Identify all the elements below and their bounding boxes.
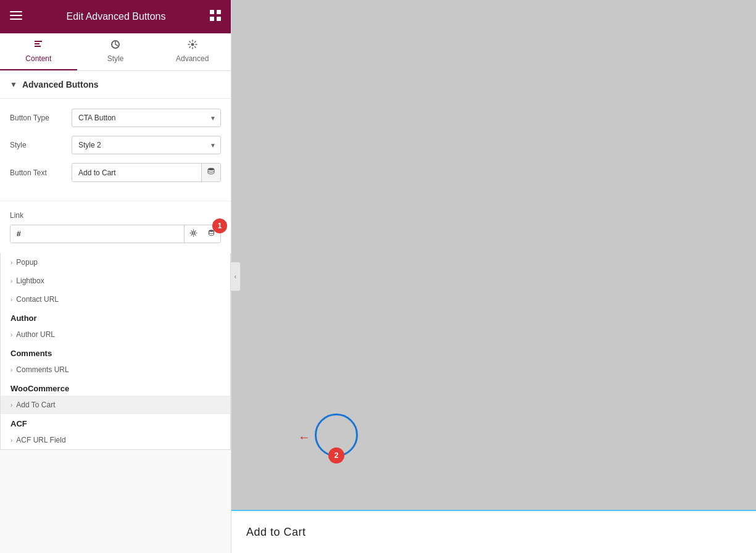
style-select[interactable]: Style 1 Style 2 Style 3	[72, 136, 221, 154]
svg-point-8	[191, 43, 194, 46]
dropdown-item-add-to-cart-label: Add To Cart	[16, 401, 55, 409]
style-label: Style	[10, 141, 65, 149]
author-url-arrow-icon: ›	[10, 331, 12, 338]
hamburger-icon[interactable]	[10, 11, 22, 22]
button-type-select-wrapper: CTA Button Link Button Icon Button ▼	[72, 109, 221, 127]
panel-content: ▼ Advanced Buttons Button Type CTA Butto…	[0, 71, 231, 553]
section-collapse-arrow[interactable]: ▼	[10, 80, 17, 89]
svg-rect-5	[210, 17, 214, 21]
svg-rect-4	[217, 10, 221, 14]
advanced-tab-icon	[188, 40, 197, 52]
button-type-row: Button Type CTA Button Link Button Icon …	[10, 109, 221, 127]
link-label: Link	[10, 211, 221, 220]
dropdown-group-acf: ACF	[1, 414, 230, 431]
dropdown-item-add-to-cart[interactable]: › Add To Cart	[1, 396, 230, 414]
style-row: Style Style 1 Style 2 Style 3 ▼	[10, 136, 221, 154]
svg-rect-6	[217, 17, 221, 21]
add-to-cart-arrow-icon: ›	[10, 402, 12, 409]
dropdown-item-author-url[interactable]: › Author URL	[1, 325, 230, 344]
comments-url-arrow-icon: ›	[10, 367, 12, 373]
section-header: ▼ Advanced Buttons	[0, 71, 231, 99]
svg-point-10	[193, 232, 195, 235]
svg-rect-3	[210, 10, 214, 14]
link-section: Link	[0, 201, 231, 253]
dropdown-item-contact-url[interactable]: › Contact URL	[1, 290, 230, 309]
button-text-input-wrapper	[72, 163, 221, 182]
style-tab-label: Style	[107, 54, 124, 63]
style-tab-icon	[110, 40, 120, 52]
button-type-control: CTA Button Link Button Icon Button ▼	[72, 109, 221, 127]
dropdown-item-popup[interactable]: › Popup	[1, 253, 230, 272]
style-select-wrapper: Style 1 Style 2 Style 3 ▼	[72, 136, 221, 154]
dropdown-group-comments: Comments	[1, 344, 230, 360]
advanced-tab-label: Advanced	[176, 54, 209, 63]
svg-rect-2	[10, 19, 22, 20]
dropdown-container: › Popup › Lightbox › Contact URL Author …	[0, 253, 231, 450]
dropdown-item-comments-url[interactable]: › Comments URL	[1, 360, 230, 379]
tabs: Content Style Advanced	[0, 33, 231, 71]
dropdown-item-lightbox[interactable]: › Lightbox	[1, 272, 230, 290]
tab-style[interactable]: Style	[77, 33, 154, 70]
link-input-container: 1	[10, 225, 221, 243]
button-text-db-icon[interactable]	[201, 164, 220, 181]
style-control: Style 1 Style 2 Style 3 ▼	[72, 136, 221, 154]
add-to-cart-preview-button[interactable]: Add to Cart	[246, 526, 306, 539]
button-type-label: Button Type	[10, 114, 65, 122]
acf-url-field-arrow-icon: ›	[10, 437, 12, 444]
dropdown-item-author-url-label: Author URL	[16, 330, 55, 339]
dropdown-item-popup-label: Popup	[16, 258, 38, 267]
popup-arrow-icon: ›	[10, 259, 12, 266]
form-area: Button Type CTA Button Link Button Icon …	[0, 99, 231, 201]
button-text-row: Button Text	[10, 163, 221, 182]
dropdown-item-contact-url-label: Contact URL	[16, 295, 59, 304]
contact-url-arrow-icon: ›	[10, 296, 12, 303]
dropdown-item-comments-url-label: Comments URL	[16, 365, 69, 374]
svg-rect-0	[10, 11, 22, 12]
tab-advanced[interactable]: Advanced	[154, 33, 231, 70]
dropdown-group-author: Author	[1, 309, 230, 325]
canvas-area	[231, 0, 756, 510]
dropdown-scroll-area[interactable]: › Popup › Lightbox › Contact URL Author …	[1, 253, 230, 449]
content-tab-icon	[33, 40, 43, 52]
preview-area: Add to Cart	[231, 510, 756, 553]
tab-content[interactable]: Content	[0, 33, 77, 70]
dropdown-group-woocommerce: WooCommerce	[1, 379, 230, 396]
grid-icon[interactable]	[210, 10, 221, 23]
dropdown-item-acf-url-field-label: ACF URL Field	[16, 436, 65, 444]
dropdown-item-acf-url-field[interactable]: › ACF URL Field	[1, 431, 230, 449]
svg-point-9	[208, 168, 214, 170]
sidebar: Edit Advanced Buttons Content	[0, 0, 231, 553]
badge-1: 1	[212, 218, 227, 233]
button-text-label: Button Text	[10, 168, 65, 177]
svg-rect-1	[10, 15, 22, 16]
sidebar-title: Edit Advanced Buttons	[67, 11, 166, 22]
lightbox-arrow-icon: ›	[10, 278, 12, 285]
button-text-input[interactable]	[72, 164, 201, 181]
section-title: Advanced Buttons	[22, 80, 99, 89]
dropdown-item-lightbox-label: Lightbox	[16, 276, 44, 285]
link-input[interactable]	[10, 225, 184, 243]
button-type-select[interactable]: CTA Button Link Button Icon Button	[72, 109, 221, 127]
link-input-wrapper	[10, 225, 221, 243]
content-tab-label: Content	[25, 54, 51, 63]
button-text-control	[72, 163, 221, 182]
main-content: 2 ← Add to Cart	[231, 0, 756, 553]
sidebar-header: Edit Advanced Buttons	[0, 0, 231, 33]
link-settings-icon[interactable]	[184, 225, 202, 243]
sidebar-collapse-btn[interactable]: ‹	[231, 262, 241, 291]
